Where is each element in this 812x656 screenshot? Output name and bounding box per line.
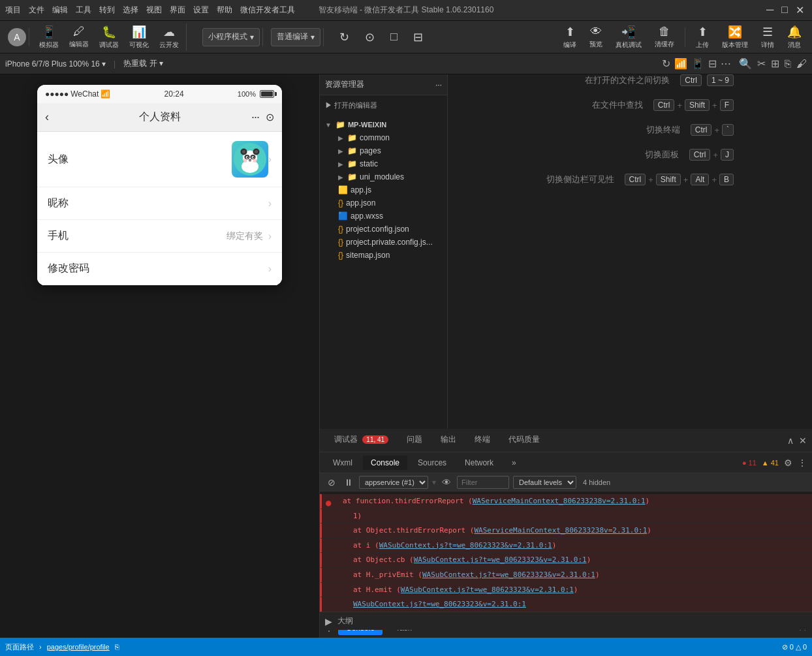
more-icon[interactable]: ⋯ bbox=[721, 57, 731, 70]
nickname-row[interactable]: 昵称 › bbox=[37, 187, 282, 220]
tab-problems[interactable]: 问题 bbox=[398, 430, 431, 450]
simulator-button[interactable]: 📱 模拟器 bbox=[35, 23, 63, 51]
back-button[interactable]: ‹ bbox=[45, 110, 49, 124]
eye-btn[interactable]: 👁 bbox=[440, 476, 453, 489]
link-5[interactable]: WASubContext.js?t=we_80623323&v=2.31.0:1 bbox=[414, 555, 587, 564]
search-icon[interactable]: 🔍 bbox=[739, 57, 752, 70]
editor-button[interactable]: 🖊 编辑器 bbox=[65, 23, 93, 50]
file-sitemap[interactable]: {} sitemap.json bbox=[320, 249, 447, 262]
real-machine-button[interactable]: 📲 真机调试 bbox=[610, 23, 647, 51]
menu-devtools[interactable]: 微信开发者工具 bbox=[240, 5, 295, 16]
copy-path-icon[interactable]: ⎘ bbox=[115, 643, 119, 651]
menu-settings[interactable]: 设置 bbox=[193, 5, 209, 16]
sec-tab-network[interactable]: Network bbox=[457, 456, 501, 470]
menu-bar[interactable]: 项目 文件 编辑 工具 转到 选择 视图 界面 设置 帮助 微信开发者工具 bbox=[5, 5, 295, 16]
visualizer-button[interactable]: 📊 可视化 bbox=[125, 23, 153, 51]
menu-view[interactable]: 视图 bbox=[146, 5, 162, 16]
tab-output[interactable]: 输出 bbox=[431, 430, 465, 450]
window-close[interactable]: ✕ bbox=[793, 4, 807, 16]
version-button[interactable]: 🔀 版本管理 bbox=[717, 23, 753, 51]
more-devtools-icon[interactable]: ⋮ bbox=[798, 458, 807, 468]
detail-button[interactable]: ☰ 详情 bbox=[756, 23, 779, 51]
menu-interface[interactable]: 界面 bbox=[170, 5, 185, 16]
compile-dropdown[interactable]: 普通编译 ▾ bbox=[271, 28, 320, 46]
folder-common[interactable]: ▶ 📁 common bbox=[320, 131, 447, 144]
password-row[interactable]: 修改密码 › bbox=[37, 253, 282, 285]
tab-debugger[interactable]: 调试器 11, 41 bbox=[325, 430, 398, 450]
sec-tab-console[interactable]: Console bbox=[363, 456, 407, 470]
file-path[interactable]: pages/profile/profile bbox=[47, 643, 110, 651]
sec-tab-wxml[interactable]: Wxml bbox=[325, 456, 360, 470]
link-3[interactable]: WAServiceMainContext_806233238v=2.31.0:1 bbox=[474, 526, 647, 535]
hot-reload-toggle[interactable]: 热重载 开 ▾ bbox=[123, 58, 163, 69]
clear-console-btn[interactable]: ⊘ bbox=[325, 476, 338, 489]
folder-pages[interactable]: ▶ 📁 pages bbox=[320, 144, 447, 157]
file-project-config[interactable]: {} project.config.json bbox=[320, 223, 447, 236]
tablet-icon[interactable]: 📱 bbox=[691, 57, 704, 70]
user-avatar[interactable]: A bbox=[8, 28, 26, 46]
bind-reward-label: 绑定有奖 bbox=[226, 230, 263, 242]
chevron-up-icon[interactable]: ∧ bbox=[787, 435, 794, 446]
menu-file[interactable]: 文件 bbox=[29, 5, 44, 16]
folder-static[interactable]: ▶ 📁 static bbox=[320, 157, 447, 170]
link-8[interactable]: WASubContext.js?t=we_80623323&v=2.31.0:1 bbox=[353, 600, 526, 608]
log-level-select[interactable]: Default levels bbox=[513, 476, 576, 489]
menu-goto[interactable]: 转到 bbox=[99, 5, 115, 16]
cloud-button[interactable]: ☁ 云开发 bbox=[155, 23, 183, 51]
file-app-wxss[interactable]: 🟦 app.wxss bbox=[320, 210, 447, 223]
expand-panel-icon[interactable]: ▶ bbox=[325, 616, 332, 627]
message-button[interactable]: 🔔 消息 bbox=[782, 23, 807, 51]
upload-button[interactable]: ⬆ 上传 bbox=[691, 23, 714, 51]
context-select[interactable]: appservice (#1) bbox=[359, 476, 428, 489]
wifi-icon[interactable]: 📶 bbox=[674, 57, 687, 70]
close-devtools-icon[interactable]: ✕ bbox=[799, 435, 807, 446]
window-maximize[interactable]: □ bbox=[779, 4, 790, 16]
pause-btn[interactable]: ⏸ bbox=[342, 476, 355, 489]
device-button[interactable]: □ bbox=[385, 29, 403, 45]
open-editors-label[interactable]: ▶ 打开的编辑器 bbox=[320, 98, 447, 113]
outline-label[interactable]: 大纲 bbox=[337, 616, 353, 627]
file-app-js[interactable]: 🟨 app.js bbox=[320, 183, 447, 196]
brush-icon[interactable]: 🖌 bbox=[796, 58, 807, 70]
link-1[interactable]: WAServiceMainContext_806233238v=2.31.0:1 bbox=[473, 497, 646, 505]
project-root[interactable]: ▼ 📁 MP-WEIXIN bbox=[320, 118, 447, 131]
layout-icon[interactable]: ⊟ bbox=[708, 57, 717, 70]
menu-project[interactable]: 项目 bbox=[5, 5, 21, 16]
split-button[interactable]: ⊟ bbox=[408, 29, 428, 46]
file-app-json[interactable]: {} app.json bbox=[320, 196, 447, 210]
sec-tab-sources[interactable]: Sources bbox=[410, 456, 454, 470]
refresh-button[interactable]: ↻ bbox=[334, 29, 354, 46]
grid-icon[interactable]: ⊞ bbox=[771, 57, 779, 70]
filter-input[interactable] bbox=[457, 476, 509, 489]
filetree-more-icon[interactable]: ··· bbox=[435, 80, 442, 89]
window-minimize[interactable]: ─ bbox=[764, 4, 776, 16]
settings-button[interactable]: ⚙ bbox=[784, 458, 792, 468]
cut-icon[interactable]: ✂ bbox=[757, 57, 766, 70]
sec-tab-more[interactable]: » bbox=[504, 456, 524, 470]
more-options-button[interactable]: ··· bbox=[251, 110, 259, 124]
mode-dropdown[interactable]: 小程序模式 ▾ bbox=[202, 28, 260, 46]
menu-tool[interactable]: 工具 bbox=[76, 5, 91, 16]
file-project-private[interactable]: {} project.private.config.js... bbox=[320, 236, 447, 249]
link-7[interactable]: WASubContext.js?t=we_80623323&v=2.31.0:1 bbox=[401, 586, 574, 594]
compile-action-btn[interactable]: ⬆ 编译 bbox=[558, 23, 582, 51]
window-controls[interactable]: ─ □ ✕ bbox=[764, 4, 807, 16]
debugger-button[interactable]: 🐛 调试器 bbox=[95, 23, 123, 51]
menu-help[interactable]: 帮助 bbox=[217, 5, 232, 16]
tab-code-quality[interactable]: 代码质量 bbox=[499, 430, 549, 450]
menu-select[interactable]: 选择 bbox=[123, 5, 138, 16]
phone-row[interactable]: 手机 绑定有奖 › bbox=[37, 220, 282, 253]
link-4[interactable]: WASubContext.js?t=we_80623323&v=2.31.0:1 bbox=[379, 541, 552, 550]
copy-icon[interactable]: ⎘ bbox=[785, 58, 791, 70]
tab-terminal[interactable]: 终端 bbox=[465, 430, 499, 450]
folder-uni-modules[interactable]: ▶ 📁 uni_modules bbox=[320, 170, 447, 183]
rotate-icon[interactable]: ↻ bbox=[662, 57, 670, 70]
clear-cache-button[interactable]: 🗑 清缓存 bbox=[649, 23, 679, 50]
device-selector[interactable]: iPhone 6/7/8 Plus 100% 16 ▾ bbox=[5, 59, 106, 69]
menu-edit[interactable]: 编辑 bbox=[52, 5, 68, 16]
preview-button[interactable]: 👁 预览 bbox=[584, 23, 608, 50]
link-6[interactable]: WASubContext.js?t=we_80623323&v=2.31.0:1 bbox=[422, 570, 595, 579]
scan-button[interactable]: ⊙ bbox=[266, 111, 274, 123]
stop-button[interactable]: ⊙ bbox=[360, 29, 380, 46]
avatar-row[interactable]: 头像 bbox=[37, 132, 282, 187]
